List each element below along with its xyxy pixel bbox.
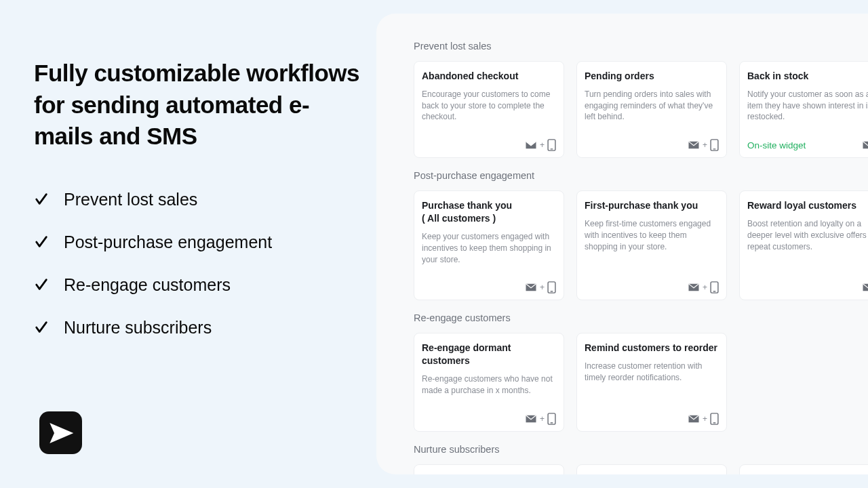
onsite-widget-badge: On-site widget bbox=[747, 140, 806, 150]
card-channels: + bbox=[688, 139, 719, 151]
card-channels: + bbox=[688, 413, 719, 425]
bullet-label: Post-purchase engagement bbox=[64, 232, 272, 252]
card-title: Back in stock bbox=[747, 70, 868, 83]
plus-icon: + bbox=[703, 414, 707, 424]
card-desc: Encourage your customers to come back to… bbox=[422, 89, 556, 123]
card-desc: Keep your customers engaged with incenti… bbox=[422, 231, 556, 265]
workflow-card-dormant-customers[interactable]: Re-engage dormant customers Re-engage cu… bbox=[414, 333, 564, 431]
check-icon bbox=[34, 235, 49, 249]
email-icon bbox=[525, 282, 537, 293]
workflow-card-remind-reorder[interactable]: Remind customers to reorder Increase cus… bbox=[576, 333, 727, 431]
card-title: Re-engage dormant customers bbox=[422, 342, 556, 367]
phone-icon bbox=[710, 413, 719, 425]
workflow-card-purchase-thankyou[interactable]: Purchase thank you ( All customers ) Kee… bbox=[414, 190, 564, 300]
email-icon bbox=[688, 140, 700, 150]
app-logo bbox=[39, 411, 82, 454]
card-desc: Increase customer retention with timely … bbox=[585, 361, 719, 396]
card-desc: Notify your customer as soon as an item … bbox=[747, 89, 868, 123]
feature-bullets: Prevent lost sales Post-purchase engagem… bbox=[34, 190, 366, 338]
workflow-card-welcome-placed[interactable]: Welcome new subscriber (Have placed orde… bbox=[576, 464, 727, 474]
card-desc: Boost retention and loyalty on a deeper … bbox=[747, 218, 868, 265]
section-post-purchase: Post-purchase engagement Purchase thank … bbox=[414, 170, 868, 300]
card-title: Welcome new subscriber bbox=[747, 473, 868, 474]
workflow-card-welcome-all[interactable]: Welcome new subscriber ( All new subscri… bbox=[414, 464, 564, 474]
email-icon bbox=[688, 413, 700, 424]
bullet-item: Nurture subscribers bbox=[34, 318, 366, 338]
section-title: Nurture subscribers bbox=[414, 444, 868, 455]
phone-icon bbox=[547, 413, 556, 425]
email-icon bbox=[862, 140, 868, 150]
plus-icon: + bbox=[703, 283, 707, 292]
section-title: Prevent lost sales bbox=[414, 41, 868, 52]
card-title: Remind customers to reorder bbox=[585, 342, 719, 354]
bullet-label: Nurture subscribers bbox=[64, 318, 212, 338]
email-icon bbox=[688, 282, 700, 293]
card-desc: Turn pending orders into sales with enga… bbox=[585, 89, 719, 123]
workflow-card-back-in-stock[interactable]: Back in stock Notify your customer as so… bbox=[739, 61, 868, 158]
section-title: Post-purchase engagement bbox=[414, 170, 868, 181]
card-title: Abandoned checkout bbox=[422, 70, 556, 83]
card-desc: Re-engage customers who have not made a … bbox=[422, 373, 556, 396]
phone-icon bbox=[710, 281, 719, 293]
card-title: Purchase thank you ( All customers ) bbox=[422, 199, 556, 225]
bullet-label: Prevent lost sales bbox=[64, 190, 197, 209]
email-icon bbox=[525, 413, 537, 424]
check-icon bbox=[34, 277, 49, 292]
section-re-engage: Re-engage customers Re-engage dormant cu… bbox=[414, 312, 868, 431]
bullet-item: Prevent lost sales bbox=[34, 190, 366, 209]
card-desc: Keep first-time customers engaged with i… bbox=[585, 218, 719, 265]
email-icon bbox=[862, 282, 868, 293]
headline: Fully customizable workflows for sending… bbox=[34, 58, 366, 152]
card-title: First-purchase thank you bbox=[585, 199, 719, 212]
card-title: Reward loyal customers bbox=[747, 199, 868, 212]
card-channels: + bbox=[862, 140, 868, 150]
email-icon bbox=[525, 140, 537, 150]
card-title: Welcome new subscriber bbox=[422, 473, 556, 474]
phone-icon bbox=[547, 139, 556, 151]
workflow-card-reward-loyal[interactable]: Reward loyal customers Boost retention a… bbox=[739, 190, 868, 300]
workflow-card-first-purchase-thankyou[interactable]: First-purchase thank you Keep first-time… bbox=[576, 190, 727, 300]
card-title: Welcome new subscriber bbox=[585, 473, 719, 474]
workflow-card-abandoned-checkout[interactable]: Abandoned checkout Encourage your custom… bbox=[414, 61, 564, 158]
plus-icon: + bbox=[540, 414, 545, 424]
card-channels: + bbox=[862, 282, 868, 293]
plus-icon: + bbox=[703, 140, 707, 150]
card-channels: + bbox=[525, 413, 556, 425]
check-icon bbox=[34, 320, 49, 335]
phone-icon bbox=[547, 281, 556, 293]
workflow-card-welcome-not-placed[interactable]: Welcome new subscriber (Have not placed … bbox=[739, 464, 868, 474]
plus-icon: + bbox=[540, 283, 545, 292]
paper-plane-icon bbox=[47, 420, 75, 447]
card-title: Pending orders bbox=[585, 70, 719, 83]
bullet-item: Post-purchase engagement bbox=[34, 232, 366, 252]
card-channels: + bbox=[525, 281, 556, 293]
section-title: Re-engage customers bbox=[414, 312, 868, 323]
section-prevent-lost-sales: Prevent lost sales Abandoned checkout En… bbox=[414, 41, 868, 158]
bullet-label: Re-engage customers bbox=[64, 275, 231, 295]
card-channels: + bbox=[688, 281, 719, 293]
card-channels: + bbox=[525, 139, 556, 151]
phone-icon bbox=[710, 139, 719, 151]
workflows-panel: Prevent lost sales Abandoned checkout En… bbox=[376, 14, 868, 474]
plus-icon: + bbox=[540, 140, 545, 150]
section-nurture: Nurture subscribers Welcome new subscrib… bbox=[414, 444, 868, 474]
workflow-card-pending-orders[interactable]: Pending orders Turn pending orders into … bbox=[576, 61, 727, 158]
bullet-item: Re-engage customers bbox=[34, 275, 366, 295]
check-icon bbox=[34, 192, 49, 207]
